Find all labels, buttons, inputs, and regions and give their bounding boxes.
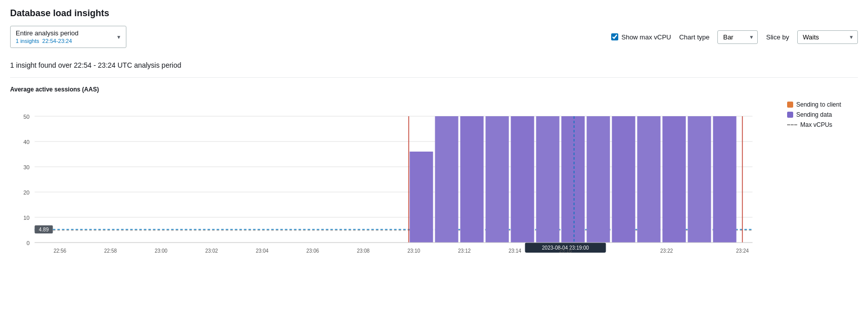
bar-13 xyxy=(713,116,737,243)
x-label-2306: 23:06 xyxy=(306,248,319,254)
bar-8 xyxy=(587,116,610,243)
chart-type-label: Chart type xyxy=(679,33,709,41)
show-max-vcpu-label: Show max vCPU xyxy=(621,33,671,41)
x-label-2308: 23:08 xyxy=(357,248,370,254)
x-label-2312: 23:12 xyxy=(458,248,471,254)
vcpu-badge-value: 4.89 xyxy=(39,227,49,232)
bar-7 xyxy=(562,116,585,243)
x-label-2316: 23:16 xyxy=(559,248,572,254)
slice-by-select[interactable]: Waits SQL Host User xyxy=(797,30,858,44)
slice-by-select-wrapper: Waits SQL Host User ▼ xyxy=(797,30,858,44)
y-label-10: 10 xyxy=(23,215,29,221)
chart-title: Average active sessions (AAS) xyxy=(10,86,858,93)
show-max-vcpu-checkbox[interactable] xyxy=(611,33,618,40)
x-label-2302: 23:02 xyxy=(205,248,218,254)
bar-4 xyxy=(486,116,509,243)
bar-23-14 xyxy=(410,152,433,243)
insight-summary: 1 insight found over 22:54 - 23:24 UTC a… xyxy=(10,56,858,78)
legend-label-sending-data: Sending data xyxy=(796,111,832,118)
y-label-50: 50 xyxy=(23,114,29,120)
chart-type-select-wrapper: Bar Line ▼ xyxy=(717,30,758,44)
legend-swatch-purple xyxy=(787,112,793,118)
x-label-2258: 22:58 xyxy=(104,248,117,254)
page-title: Database load insights xyxy=(10,8,858,19)
y-label-0: 0 xyxy=(26,240,29,246)
legend-item-max-vcpus: Max vCPUs xyxy=(787,121,858,128)
y-label-30: 30 xyxy=(23,164,29,170)
analysis-period-main-label: Entire analysis period xyxy=(16,29,111,37)
y-label-40: 40 xyxy=(23,139,29,145)
chart-legend: Sending to client Sending data Max vCPUs xyxy=(777,96,858,131)
y-label-20: 20 xyxy=(23,189,29,196)
x-label-2300: 23:00 xyxy=(155,248,167,254)
x-label-2310: 23:10 xyxy=(407,248,420,254)
x-label-2324: 23:24 xyxy=(736,248,749,254)
controls-row: Entire analysis period 1 insights 22:54-… xyxy=(10,26,858,48)
bar-12 xyxy=(688,116,711,243)
legend-swatch-orange xyxy=(787,102,793,108)
analysis-period-dropdown[interactable]: Entire analysis period 1 insights 22:54-… xyxy=(10,26,126,48)
legend-item-sending-data: Sending data xyxy=(787,111,858,118)
bar-9 xyxy=(612,116,635,243)
bar-10 xyxy=(637,116,661,243)
bar-11 xyxy=(663,116,686,243)
bar-2 xyxy=(435,116,459,243)
bar-6 xyxy=(536,116,560,243)
slice-by-label: Slice by xyxy=(766,33,789,41)
legend-label-sending-to-client: Sending to client xyxy=(796,101,841,108)
bar-5 xyxy=(511,116,534,243)
chart-area: Average active sessions (AAS) 0 10 20 30… xyxy=(10,86,858,274)
legend-item-sending-to-client: Sending to client xyxy=(787,101,858,108)
x-label-2304: 23:04 xyxy=(256,248,268,254)
legend-label-max-vcpus: Max vCPUs xyxy=(800,121,832,128)
chart-type-select[interactable]: Bar Line xyxy=(717,30,758,44)
x-label-2322: 23:22 xyxy=(660,248,673,254)
x-label-2256: 22:56 xyxy=(54,248,66,254)
bar-3 xyxy=(461,116,484,243)
analysis-period-sub-label: 1 insights 22:54-23:24 xyxy=(16,38,72,44)
chart-inner: 0 10 20 30 40 50 xyxy=(10,96,858,269)
chart-svg-container: 0 10 20 30 40 50 xyxy=(10,96,777,269)
chart-svg: 0 10 20 30 40 50 xyxy=(10,96,777,268)
show-max-vcpu-control: Show max vCPU xyxy=(611,33,671,41)
analysis-period-chevron-icon: ▼ xyxy=(116,34,121,40)
x-label-2314: 23:14 xyxy=(509,248,521,254)
legend-line-max-vcpus xyxy=(787,124,797,125)
